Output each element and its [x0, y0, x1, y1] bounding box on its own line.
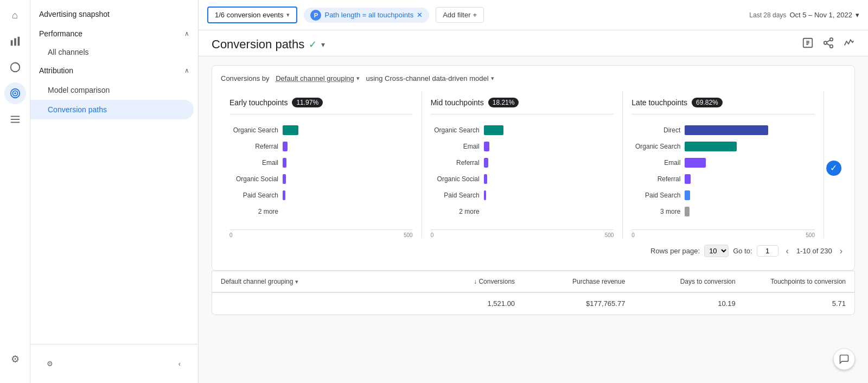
sidebar-item-attribution[interactable]: Attribution ∧ — [30, 61, 198, 80]
bar-label: 2 more — [229, 208, 278, 215]
settings-icon-rail[interactable]: ⚙ — [4, 348, 26, 370]
page-title: Conversion paths — [212, 37, 304, 52]
conversion-events-label: 1/6 conversion events — [215, 11, 283, 19]
add-filter-plus-icon: + — [473, 11, 477, 19]
touchpoints-check: ✓ — [824, 91, 844, 238]
rows-per-page-select[interactable]: 10 25 50 — [704, 245, 729, 257]
date-range-selector[interactable]: Last 28 days Oct 5 – Nov 1, 2022 ▾ — [749, 11, 859, 19]
bar — [283, 142, 288, 151]
list-icon[interactable] — [4, 108, 26, 130]
bar — [283, 190, 285, 200]
page-title-dropdown-icon[interactable]: ▾ — [321, 40, 325, 49]
late-touchpoints-percentage: 69.82% — [692, 98, 723, 107]
touchpoints-header-label: Touchpoints to conversion — [770, 278, 846, 285]
rows-per-page-label: Rows per page: — [650, 247, 700, 255]
performance-chevron: ∧ — [184, 30, 189, 37]
bar-container — [685, 174, 815, 184]
channel-header-arrow-icon: ▾ — [295, 278, 298, 285]
conversion-events-button[interactable]: 1/6 conversion events ▾ — [207, 7, 297, 23]
sidebar-collapse-button[interactable]: ‹ — [170, 351, 189, 376]
bar — [283, 174, 286, 184]
bar-row: Paid Search — [431, 190, 614, 200]
mid-touchpoints-percentage: 18.21% — [488, 98, 519, 107]
bar-label: Paid Search — [431, 192, 480, 199]
bar — [685, 125, 768, 135]
bar — [283, 158, 286, 168]
pagination-prev-button[interactable]: ‹ — [783, 245, 792, 257]
path-length-filter[interactable]: P Path length = all touchpoints ✕ — [304, 8, 429, 23]
sidebar-item-performance[interactable]: Performance ∧ — [30, 24, 198, 43]
path-badge-icon: P — [310, 10, 321, 21]
bar-label: Organic Social — [431, 175, 480, 183]
table-header-channel[interactable]: Default channel grouping ▾ — [221, 278, 405, 285]
path-length-close-icon: ✕ — [417, 11, 423, 19]
bar-chart-icon[interactable] — [4, 30, 26, 52]
bar-row: Direct — [631, 125, 815, 135]
svg-point-11 — [830, 38, 833, 41]
subtitle-using: using Cross-channel data-driven model — [366, 74, 488, 82]
bar-row: 2 more — [229, 207, 413, 216]
sidebar-item-conversion-paths[interactable]: Conversion paths — [30, 100, 194, 119]
early-touchpoints-label: Early touchpoints — [229, 98, 288, 107]
early-bar-chart: Organic Search Referral Em — [229, 123, 413, 225]
svg-rect-2 — [17, 37, 20, 46]
subtitle-model-arrow[interactable]: ▾ — [491, 75, 494, 82]
icon-rail: ⌂ ⚙ — [0, 0, 30, 383]
table-header: Default channel grouping ▾ ↓ Conversions… — [212, 271, 854, 293]
add-filter-button[interactable]: Add filter + — [436, 7, 484, 23]
bar — [484, 142, 490, 151]
bar-container — [283, 158, 413, 168]
bar-container — [484, 190, 614, 200]
late-touchpoints-header: Late touchpoints 69.82% — [631, 91, 815, 114]
sidebar-item-advertising-snapshot[interactable]: Advertising snapshot — [30, 4, 198, 24]
bar-container — [685, 158, 815, 168]
export-icon[interactable] — [802, 37, 814, 52]
sidebar-item-model-comparison[interactable]: Model comparison — [30, 80, 194, 100]
settings-button[interactable]: ⚙ — [39, 353, 61, 375]
target-icon[interactable] — [4, 82, 26, 104]
goto-label: Go to: — [733, 247, 752, 255]
sidebar-item-all-channels[interactable]: All channels — [30, 43, 198, 61]
subtitle-by: Conversions by — [221, 74, 270, 82]
bar-label: Email — [229, 159, 278, 167]
home-icon[interactable]: ⌂ — [4, 4, 26, 26]
attribution-chevron: ∧ — [184, 67, 189, 74]
sidebar-nav: Advertising snapshot Performance ∧ All c… — [30, 0, 198, 176]
sparkline-icon[interactable] — [843, 37, 855, 52]
table-header-purchase-revenue[interactable]: Purchase revenue — [515, 278, 625, 285]
channel-header-label: Default channel grouping — [221, 278, 293, 285]
late-touchpoints-section: Late touchpoints 69.82% Direct Organic S… — [623, 91, 824, 238]
bar-label: Email — [631, 159, 680, 167]
bar-row: Email — [431, 142, 614, 151]
conversions-header-label: ↓ Conversions — [474, 278, 515, 285]
late-bar-chart: Direct Organic Search Emai — [631, 123, 815, 225]
chat-button[interactable] — [833, 348, 855, 370]
goto-input[interactable] — [757, 245, 778, 257]
table-header-conversions[interactable]: ↓ Conversions — [405, 278, 515, 285]
totals-days-cell: 10.19 — [625, 299, 735, 308]
pagination-next-button[interactable]: › — [837, 245, 846, 257]
bar — [283, 125, 298, 135]
bar-container — [484, 174, 614, 184]
subtitle-channel-link[interactable]: Default channel grouping — [276, 74, 354, 82]
add-filter-label: Add filter — [443, 11, 470, 19]
chart-subtitle: Conversions by Default channel grouping … — [221, 74, 846, 82]
bar-container — [283, 142, 413, 151]
share-icon[interactable] — [822, 37, 834, 52]
mid-touchpoints-label: Mid touchpoints — [431, 98, 484, 107]
bar-label: Referral — [229, 143, 278, 150]
subtitle-channel-arrow[interactable]: ▾ — [356, 75, 360, 82]
bar-row: Organic Social — [229, 174, 413, 184]
circle-chart-icon[interactable] — [4, 56, 26, 78]
bar-row: Referral — [431, 158, 614, 168]
date-last-label: Last 28 days — [749, 11, 786, 19]
bar-label: Organic Social — [229, 175, 278, 183]
table-header-touchpoints-to-conversion[interactable]: Touchpoints to conversion — [736, 278, 846, 285]
bar-row: Organic Search — [631, 142, 815, 151]
bar — [685, 174, 691, 184]
table-header-days-to-conversion[interactable]: Days to conversion — [625, 278, 735, 285]
bar — [484, 158, 489, 168]
late-touchpoints-label: Late touchpoints — [631, 98, 687, 107]
svg-rect-0 — [10, 40, 12, 46]
bar-row: Organic Search — [431, 125, 614, 135]
